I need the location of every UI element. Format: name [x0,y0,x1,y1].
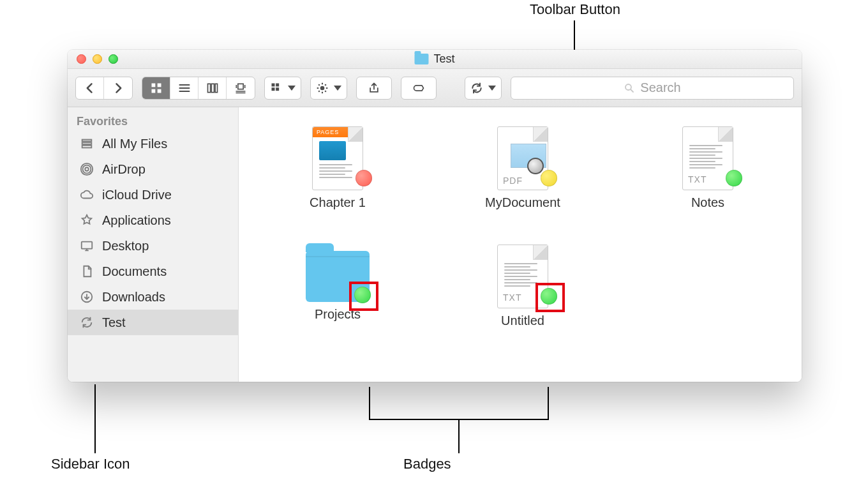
svg-rect-4 [207,84,210,92]
file-item-untitled[interactable]: TXT Untitled [481,238,564,328]
svg-rect-15 [82,142,92,144]
tags-button[interactable] [401,77,437,100]
chevron-down-icon [488,86,496,91]
highlight-box [535,283,565,312]
svg-rect-14 [82,140,92,142]
file-row: Projects TXT Untitled [296,238,564,328]
callout-line [369,387,370,420]
svg-rect-2 [151,89,155,93]
sidebar-item-downloads[interactable]: Downloads [68,284,238,310]
file-label: Notes [691,195,724,210]
file-item-notes[interactable]: TXT Notes [666,120,749,210]
file-item-chapter-1[interactable]: PAGES Chapter 1 [296,120,379,210]
applications-icon [79,213,94,228]
content-area: PAGES Chapter 1 PDF [239,107,802,382]
view-list-button[interactable] [170,77,198,100]
window-title: Test [414,52,454,66]
sidebar-item-label: AirDrop [102,162,146,177]
chevron-down-icon [334,86,341,91]
annotation-toolbar-button: Toolbar Button [530,1,620,18]
arrange-button[interactable] [265,77,301,100]
svg-rect-0 [151,83,155,87]
view-coverflow-button[interactable] [227,77,255,100]
annotation-badges: Badges [403,456,451,472]
refresh-icon [470,82,483,94]
annotation-sidebar-icon: Sidebar Icon [51,456,130,472]
svg-rect-7 [238,84,243,89]
svg-point-18 [83,165,91,174]
sidebar: Favorites All My Files AirDrop iCloud Dr… [68,107,239,382]
svg-rect-16 [82,146,92,148]
minimize-button[interactable] [93,54,102,64]
nav-buttons [75,77,133,100]
desktop-icon [79,238,94,253]
view-icons-button[interactable] [142,77,170,100]
close-button[interactable] [77,54,86,64]
sidebar-item-label: Applications [102,213,171,228]
callout-line [458,420,460,453]
file-row: PAGES Chapter 1 PDF [296,120,749,210]
svg-point-17 [85,167,89,171]
sidebar-item-applications[interactable]: Applications [68,207,238,233]
all-my-files-icon [79,136,94,151]
airdrop-icon [79,162,94,177]
file-label: MyDocument [485,195,560,210]
window-title-text: Test [433,52,454,66]
sidebar-item-label: Test [102,315,126,330]
highlight-box [349,282,378,311]
sidebar-item-label: Downloads [102,290,165,305]
folder-icon [414,54,428,64]
icloud-icon [79,187,94,202]
traffic-lights [68,54,118,64]
toolbar: Search [68,69,802,107]
finder-window: Test [68,50,802,382]
view-style-buttons [142,77,255,100]
file-item-projects[interactable]: Projects [296,238,379,328]
svg-rect-20 [82,242,93,249]
view-columns-button[interactable] [198,77,227,100]
svg-point-12 [320,86,325,90]
sidebar-item-label: Documents [102,264,167,279]
forward-button[interactable] [104,77,132,100]
documents-icon [79,264,94,279]
chevron-down-icon [288,86,296,91]
svg-rect-1 [157,83,161,87]
sidebar-item-label: All My Files [102,137,167,151]
badge-yellow [541,170,557,186]
sidebar-item-desktop[interactable]: Desktop [68,233,238,259]
callout-line [548,387,549,420]
file-label: Chapter 1 [310,195,366,210]
search-icon [624,82,635,94]
sidebar-item-all-my-files[interactable]: All My Files [68,131,238,156]
sidebar-item-documents[interactable]: Documents [68,259,238,284]
sidebar-item-test[interactable]: Test [68,310,238,335]
search-input[interactable]: Search [511,77,794,100]
file-label: Untitled [501,313,544,328]
sidebar-item-label: iCloud Drive [102,188,172,202]
svg-rect-3 [157,89,161,93]
badge-green [726,170,742,186]
svg-rect-5 [211,84,214,92]
sidebar-item-label: Desktop [102,239,149,253]
custom-toolbar-button-group [465,77,502,100]
svg-rect-10 [272,87,275,91]
zoom-button[interactable] [108,54,118,64]
arrange-button-group [264,77,301,100]
svg-rect-8 [272,83,275,86]
svg-rect-6 [215,84,217,92]
file-item-mydocument[interactable]: PDF MyDocument [481,120,564,210]
sidebar-item-airdrop[interactable]: AirDrop [68,156,238,182]
search-placeholder: Search [640,80,680,95]
callout-line [94,384,96,453]
sidebar-heading-favorites: Favorites [68,114,238,131]
titlebar: Test [68,50,802,69]
share-button[interactable] [356,77,392,100]
action-button[interactable] [311,77,347,100]
badge-red [355,170,372,186]
back-button[interactable] [76,77,104,100]
action-button-group [310,77,347,100]
finder-body: Favorites All My Files AirDrop iCloud Dr… [68,107,802,382]
sidebar-item-icloud-drive[interactable]: iCloud Drive [68,182,238,207]
svg-rect-9 [276,83,279,86]
refresh-toolbar-button[interactable] [465,77,501,100]
